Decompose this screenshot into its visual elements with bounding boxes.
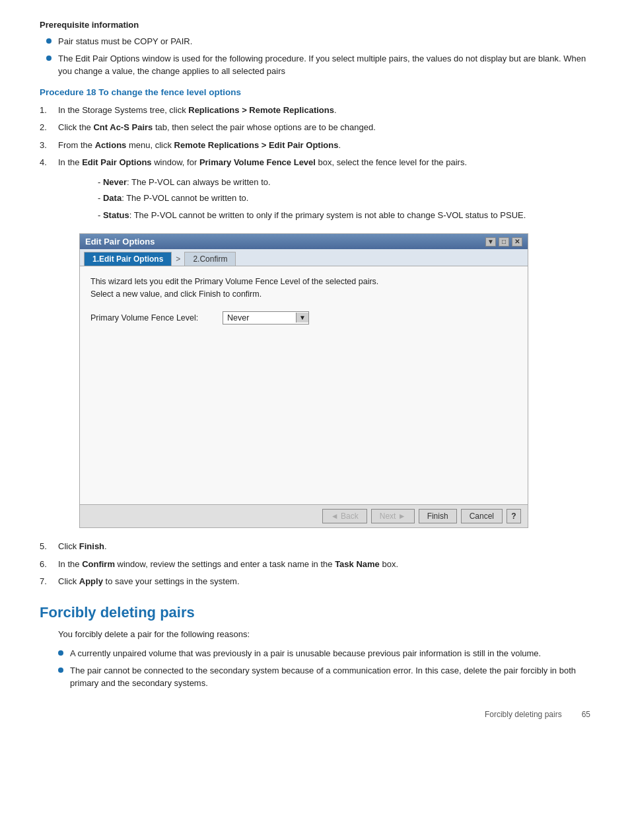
- step-6: 6. In the Confirm window, review the set…: [40, 558, 590, 571]
- primary-volume-fence-level-row: Primary Volume Fence Level: Never ▼: [90, 311, 517, 325]
- bullet-dot: [46, 56, 52, 61]
- section-bullet-1: A currently unpaired volume that was pre…: [58, 647, 590, 660]
- fence-level-value: Never: [223, 312, 296, 324]
- bullet-dot: [58, 650, 63, 656]
- step-6-num: 6.: [40, 558, 58, 571]
- page-number: 65: [582, 710, 590, 719]
- prereq-item-1-text: Pair status must be COPY or PAIR.: [58, 35, 192, 48]
- step-5-num: 5.: [40, 540, 58, 553]
- step-2-text: Click the Cnt Ac-S Pairs tab, then selec…: [58, 121, 376, 134]
- next-button[interactable]: Next ►: [371, 509, 415, 523]
- section-bullet-2: The pair cannot be connected to the seco…: [58, 664, 590, 690]
- dialog-close-btn[interactable]: ✕: [512, 237, 522, 247]
- dialog-minimize-btn[interactable]: □: [499, 237, 509, 247]
- step-1: 1. In the Storage Systems tree, click Re…: [40, 104, 590, 117]
- section-intro: You forcibly delete a pair for the follo…: [58, 628, 590, 641]
- prereq-list: Pair status must be COPY or PAIR. The Ed…: [46, 35, 590, 78]
- fence-level-sublist: - Never: The P-VOL can always be written…: [79, 176, 590, 222]
- step-1-num: 1.: [40, 104, 58, 117]
- edit-pair-options-dialog: Edit Pair Options ▼ □ ✕ 1.Edit Pair Opti…: [79, 233, 528, 528]
- prereq-item-2: The Edit Pair Options window is used for…: [46, 52, 590, 78]
- dialog-title: Edit Pair Options: [85, 237, 155, 247]
- section-bullet-1-text: A currently unpaired volume that was pre…: [70, 647, 541, 660]
- step-5: 5. Click Finish.: [40, 540, 590, 553]
- help-button[interactable]: ?: [507, 509, 521, 523]
- prereq-item-2-text: The Edit Pair Options window is used for…: [58, 52, 590, 78]
- section-bullet-list: A currently unpaired volume that was pre…: [58, 647, 590, 690]
- step-3: 3. From the Actions menu, click Remote R…: [40, 139, 590, 152]
- dialog-footer: ◄ Back Next ► Finish Cancel ?: [80, 504, 528, 527]
- procedure-heading: Procedure 18 To change the fence level o…: [40, 87, 590, 97]
- step-2: 2. Click the Cnt Ac-S Pairs tab, then se…: [40, 121, 590, 134]
- sublist-never: - Never: The P-VOL can always be written…: [98, 176, 590, 189]
- prereq-heading: Prerequisite information: [40, 20, 590, 30]
- step-2-num: 2.: [40, 121, 58, 134]
- dialog-titlebar-buttons: ▼ □ ✕: [485, 237, 522, 247]
- dialog-desc: This wizard lets you edit the Primary Vo…: [90, 276, 517, 301]
- tab-confirm[interactable]: 2.Confirm: [184, 252, 236, 266]
- fence-level-select[interactable]: Never ▼: [223, 311, 309, 325]
- finish-button[interactable]: Finish: [419, 509, 457, 523]
- sublist-status: - Status: The P-VOL cannot be written to…: [98, 209, 590, 222]
- page-footer: Forcibly deleting pairs 65: [40, 710, 590, 719]
- step-4: 4. In the Edit Pair Options window, for …: [40, 156, 590, 169]
- dialog-body: This wizard lets you edit the Primary Vo…: [80, 266, 528, 504]
- bullet-dot: [46, 38, 52, 44]
- procedure-steps: 1. In the Storage Systems tree, click Re…: [40, 104, 590, 169]
- step-3-num: 3.: [40, 139, 58, 152]
- prereq-item-1: Pair status must be COPY or PAIR.: [46, 35, 590, 48]
- back-button[interactable]: ◄ Back: [322, 509, 367, 523]
- dialog-titlebar: Edit Pair Options ▼ □ ✕: [80, 234, 528, 249]
- select-arrow-icon[interactable]: ▼: [296, 313, 308, 323]
- sublist-data: - Data: The P-VOL cannot be written to.: [98, 192, 590, 205]
- tab-separator: >: [173, 252, 183, 266]
- step-7: 7. Click Apply to save your settings in …: [40, 575, 590, 588]
- step-4-text: In the Edit Pair Options window, for Pri…: [58, 156, 467, 169]
- dialog-tabs: 1.Edit Pair Options > 2.Confirm: [80, 249, 528, 266]
- section-bullet-2-text: The pair cannot be connected to the seco…: [70, 664, 590, 690]
- cancel-button[interactable]: Cancel: [461, 509, 503, 523]
- step-1-text: In the Storage Systems tree, click Repli…: [58, 104, 337, 117]
- prereq-section: Prerequisite information Pair status mus…: [40, 20, 590, 78]
- field-label: Primary Volume Fence Level:: [90, 313, 223, 323]
- step-3-text: From the Actions menu, click Remote Repl…: [58, 139, 341, 152]
- dialog-pin-btn[interactable]: ▼: [485, 237, 496, 247]
- step-7-text: Click Apply to save your settings in the…: [58, 575, 240, 588]
- procedure-steps-after: 5. Click Finish. 6. In the Confirm windo…: [40, 540, 590, 588]
- section-heading: Forcibly deleting pairs: [40, 604, 590, 621]
- step-7-num: 7.: [40, 575, 58, 588]
- bullet-dot: [58, 668, 63, 673]
- step-6-text: In the Confirm window, review the settin…: [58, 558, 398, 571]
- step-5-text: Click Finish.: [58, 540, 107, 553]
- step-4-num: 4.: [40, 156, 58, 169]
- sublists: - Never: The P-VOL can always be written…: [98, 176, 590, 222]
- footer-section-label: Forcibly deleting pairs: [485, 710, 562, 719]
- tab-edit-pair-options[interactable]: 1.Edit Pair Options: [84, 252, 172, 266]
